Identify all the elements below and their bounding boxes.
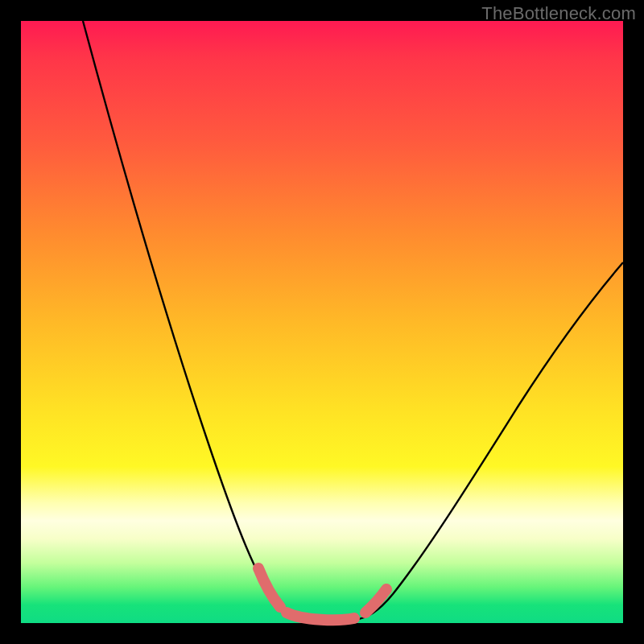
watermark-text: TheBottleneck.com [481,3,636,24]
marker-segment-left [258,568,280,607]
marker-segment-basin [287,613,354,620]
curve-left-branch [83,21,304,620]
outer-frame: TheBottleneck.com [0,0,644,644]
marker-segment-right [365,589,386,613]
curve-layer [21,21,623,623]
curve-right-branch [354,262,623,620]
